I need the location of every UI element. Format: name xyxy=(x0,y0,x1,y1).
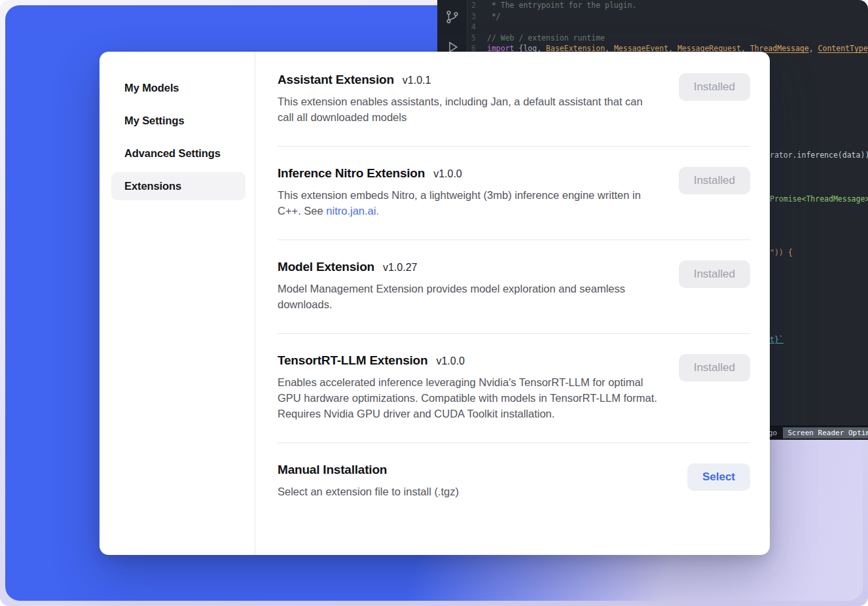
extension-title: Inference Nitro Extension xyxy=(278,166,425,181)
extension-info: Manual Installation Select an extension … xyxy=(278,463,459,499)
extension-version: v1.0.0 xyxy=(433,168,462,180)
extension-description: This extension enables assistants, inclu… xyxy=(278,94,660,125)
extension-info: Inference Nitro Extension v1.0.0 This ex… xyxy=(278,166,660,219)
code-area: 2 * The entrypoint for the plugin.3 */45… xyxy=(467,0,868,54)
extension-row-assistant: Assistant Extension v1.0.1 This extensio… xyxy=(278,73,750,147)
installed-button[interactable]: Installed xyxy=(679,260,750,288)
extension-head: Inference Nitro Extension v1.0.0 xyxy=(278,166,660,181)
extension-info: Model Extension v1.0.27 Model Management… xyxy=(278,260,660,312)
installed-button[interactable]: Installed xyxy=(679,167,750,194)
extension-head: Manual Installation xyxy=(278,463,459,477)
extensions-list: Assistant Extension v1.0.1 This extensio… xyxy=(255,52,770,555)
extension-description: Enables accelerated inference leveraging… xyxy=(278,374,660,421)
nitro-jan-ai-link[interactable]: nitro.jan.ai. xyxy=(326,205,379,217)
code-fragment: rator.inference(data)); xyxy=(770,150,868,160)
description-text: Select an extension file to install (.tg… xyxy=(278,486,459,497)
code-fragment: Promise<ThreadMessage> xyxy=(770,194,868,204)
settings-sidebar: My Models My Settings Advanced Settings … xyxy=(99,52,255,555)
sidebar-item-my-models[interactable]: My Models xyxy=(111,74,245,102)
extension-description: This extension embeds Nitro, a lightweig… xyxy=(278,187,660,219)
extension-info: Assistant Extension v1.0.1 This extensio… xyxy=(278,73,660,125)
extension-head: Assistant Extension v1.0.1 xyxy=(278,73,660,87)
extension-row-model: Model Extension v1.0.27 Model Management… xyxy=(278,240,750,334)
extension-version: v1.0.27 xyxy=(383,262,417,274)
extension-description: Select an extension file to install (.tg… xyxy=(278,484,459,499)
extension-row-nitro: Inference Nitro Extension v1.0.0 This ex… xyxy=(278,147,750,240)
extension-info: TensortRT-LLM Extension v1.0.0 Enables a… xyxy=(278,353,660,421)
description-text: This extension enables assistants, inclu… xyxy=(278,96,643,123)
extension-title: TensortRT-LLM Extension xyxy=(278,353,427,368)
code-fragment: ")) { xyxy=(770,247,793,258)
sidebar-item-my-settings[interactable]: My Settings xyxy=(111,107,245,135)
sidebar-item-advanced-settings[interactable]: Advanced Settings xyxy=(111,139,245,168)
extension-title: Assistant Extension xyxy=(278,73,394,87)
extension-title: Model Extension xyxy=(278,260,374,274)
installed-button[interactable]: Installed xyxy=(679,73,750,101)
installed-button[interactable]: Installed xyxy=(679,354,750,382)
extension-version: v1.0.1 xyxy=(403,75,431,86)
extension-row-tensorrt: TensortRT-LLM Extension v1.0.0 Enables a… xyxy=(278,334,750,443)
code-fragment: t}` xyxy=(770,334,784,345)
screen-reader-status-badge[interactable]: Screen Reader Optimized xyxy=(783,427,868,438)
source-control-icon[interactable] xyxy=(444,9,460,25)
extension-row-manual-install: Manual Installation Select an extension … xyxy=(278,443,750,520)
select-button[interactable]: Select xyxy=(687,463,750,491)
description-text: Enables accelerated inference leveraging… xyxy=(278,376,657,419)
extension-version: v1.0.0 xyxy=(436,355,465,367)
extension-head: Model Extension v1.0.27 xyxy=(278,260,660,274)
settings-modal: My Models My Settings Advanced Settings … xyxy=(99,52,770,555)
description-text: Model Management Extension provides mode… xyxy=(278,283,625,310)
extension-title: Manual Installation xyxy=(278,463,387,477)
extension-head: TensortRT-LLM Extension v1.0.0 xyxy=(278,353,660,368)
page: 2 * The entrypoint for the plugin.3 */45… xyxy=(0,0,868,606)
extension-description: Model Management Extension provides mode… xyxy=(278,281,660,312)
sidebar-item-extensions[interactable]: Extensions xyxy=(111,172,245,200)
